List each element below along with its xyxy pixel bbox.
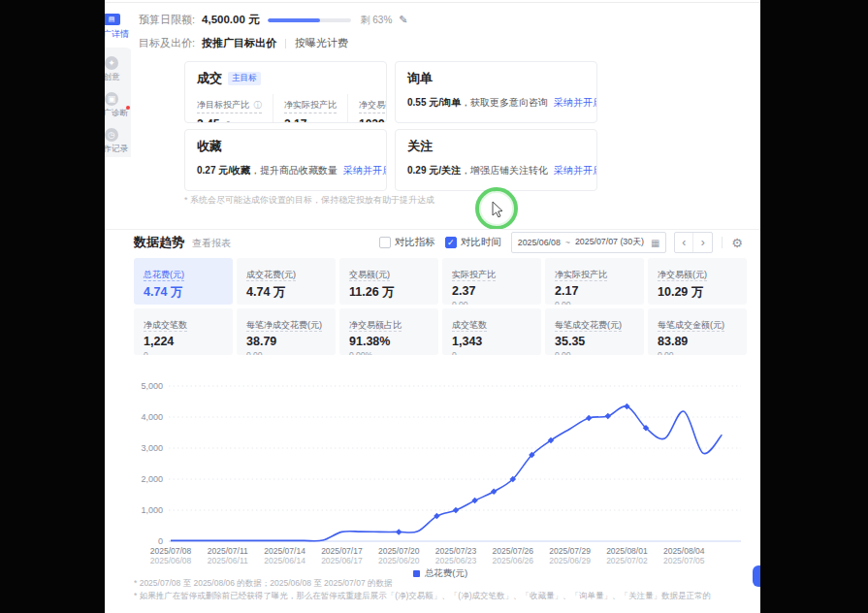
info-icon[interactable]: ⓘ [254, 100, 263, 110]
rail-item-label: 操作记录 [105, 144, 128, 155]
chart-footnotes: * 2025/07/08 至 2025/08/06 的数据；2025/06/08… [134, 577, 755, 602]
goal-price: 0.29 元/关注 [407, 165, 461, 176]
view-report-link[interactable]: 查看报表 [192, 237, 231, 250]
metric-tile-label: 成交花费(元) [246, 270, 296, 281]
tab-bid-by-goal[interactable]: 按推广目标出价 [202, 36, 276, 50]
budget-label: 预算日限额: [139, 13, 195, 27]
metric-tile-value: 4.74 万 [246, 284, 326, 301]
date-pager: ‹ › [674, 232, 713, 253]
date-end: 2025/07/07 (30天) [575, 237, 644, 248]
system-note: * 系统会尽可能达成你设置的目标，保持稳定投放有助于提升达成 [184, 194, 434, 207]
target-bid-row: 目标及出价: 按推广目标出价 按曝光计费 [139, 36, 348, 50]
goal-card-inquiry[interactable]: 询单 0.55 元/询单，获取更多意向咨询采纳并开启 [395, 61, 597, 123]
rail-panel: ✦ 创意 ▣ 推广诊断 ◷ 操作记录 [105, 48, 131, 157]
screenshot-stage: ▤ 推广详情 ✦ 创意 ▣ 推广诊断 ◷ 操作记录 预算日限额: 4,500.0… [0, 0, 868, 613]
svg-text:2025/07/23: 2025/07/23 [435, 546, 477, 556]
goal-price: 0.27 元/收藏 [197, 165, 250, 176]
tab-bid-by-impression[interactable]: 按曝光计费 [295, 36, 348, 50]
metric-tile-value: 4.74 万 [144, 284, 223, 301]
metric-tile[interactable]: 每笔净成交花费(元) 38.79 0.00 [237, 308, 336, 355]
rail-item-label: 创意 [105, 72, 120, 83]
promotion-chip-icon: ▤ [105, 14, 120, 25]
svg-text:2025/06/08: 2025/06/08 [150, 556, 192, 565]
adopt-enable-link[interactable]: 采纳并开启 [554, 165, 597, 176]
metric-tile[interactable]: 净交易额占比 91.38% 0.00% [339, 308, 438, 355]
metric-tile-value: 1,343 [452, 335, 531, 348]
next-period-button[interactable]: › [693, 233, 712, 252]
footnote-line: * 2025/07/08 至 2025/08/06 的数据；2025/06/08… [134, 577, 755, 590]
svg-text:2025/07/20: 2025/07/20 [378, 546, 420, 556]
compare-metric-label: 对比指标 [395, 236, 435, 249]
promotion-detail-link[interactable]: 推广详情 [105, 28, 131, 41]
metric-tile[interactable]: 每笔成交花费(元) 35.35 0.00 [545, 308, 644, 355]
adopt-enable-link[interactable]: 采纳并开启 [343, 165, 387, 176]
metric-tile[interactable]: 总花费(元) 4.74 万 0.00 [134, 258, 233, 305]
rail-item[interactable]: ✦ 创意 [105, 56, 120, 83]
budget-value: 4,500.00 元 [202, 13, 259, 27]
svg-text:0: 0 [158, 536, 163, 546]
goal-card-deal[interactable]: 成交 主目标 净目标投产比 ⓘ 2.45 ✎净实际投产比 2.17净交易额(元)… [184, 61, 387, 123]
metric-tile-value: 38.79 [246, 335, 326, 348]
metric-tile-label: 净成交笔数 [144, 320, 187, 332]
metric-tile[interactable]: 每笔成交金额(元) 83.89 0.00 [648, 308, 747, 355]
metric-tiles: 总花费(元) 4.74 万 0.00成交花费(元) 4.74 万 0.00交易额… [134, 258, 747, 355]
edit-roi-icon[interactable]: ✎ [226, 119, 234, 123]
metric-tile-compare: 0.00 [246, 303, 326, 305]
svg-text:2025/07/11: 2025/07/11 [208, 546, 248, 556]
target-bid-label: 目标及出价: [139, 36, 195, 50]
deal-metric: 净实际投产比 2.17 [284, 94, 348, 123]
metric-tile-label: 净交易额(元) [658, 270, 707, 281]
svg-text:2025/08/01: 2025/08/01 [606, 546, 648, 556]
budget-slider[interactable] [268, 18, 351, 22]
rail-item[interactable]: ▣ 推广诊断 [105, 92, 128, 119]
promotion-chip[interactable]: ▤ [105, 14, 120, 25]
line-chart: 01,0002,0003,0004,0005,0002025/07/082025… [134, 380, 747, 565]
svg-text:2025/07/29: 2025/07/29 [549, 546, 591, 556]
deal-metric: 净目标投产比 ⓘ 2.45 ✎ [197, 94, 273, 123]
metric-tile[interactable]: 成交笔数 1,343 0 [442, 308, 541, 355]
controls-divider [722, 237, 723, 248]
tab-divider [285, 39, 286, 48]
idea-icon: ✦ [105, 56, 118, 70]
goal-desc-text: ，提升商品收藏数量 [250, 165, 338, 176]
metric-tile-label: 实际投产比 [452, 270, 496, 281]
compare-metric-checkbox[interactable] [379, 237, 391, 248]
rail-item[interactable]: ◷ 操作记录 [105, 128, 128, 155]
deal-metric-value: 102946.60 [359, 117, 387, 123]
goal-card-follow[interactable]: 关注 0.29 元/关注，增强店铺关注转化采纳并开启 [395, 129, 597, 191]
section-divider [105, 229, 760, 230]
metric-tile-compare: 0.00 [349, 303, 429, 305]
svg-text:2025/06/20: 2025/06/20 [378, 556, 420, 565]
goal-card-favorite[interactable]: 收藏 0.27 元/收藏，提升商品收藏数量采纳并开启 [184, 129, 387, 191]
edit-budget-icon[interactable]: ✎ [399, 14, 407, 26]
budget-remaining: 剩 63% [361, 14, 393, 27]
date-range-picker[interactable]: 2025/06/08 ~ 2025/07/07 (30天) ▦ [511, 232, 667, 253]
svg-text:2025/06/26: 2025/06/26 [493, 556, 534, 565]
svg-text:2025/06/17: 2025/06/17 [321, 556, 363, 565]
metric-tile-compare: 0.00 [246, 350, 326, 355]
goal-card-title: 询单 [407, 70, 433, 87]
compare-time-checkbox[interactable]: ✓ [445, 237, 457, 248]
metric-tile-value: 2.17 [555, 284, 634, 298]
floating-edge-button[interactable] [753, 565, 760, 587]
svg-text:2025/06/23: 2025/06/23 [435, 556, 477, 565]
legend-swatch [413, 570, 420, 577]
metric-tile-compare: 0.00 [658, 303, 737, 305]
page-content: ▤ 推广详情 ✦ 创意 ▣ 推广诊断 ◷ 操作记录 预算日限额: 4,500.0… [105, 0, 760, 613]
metric-tile[interactable]: 净成交笔数 1,224 0 [134, 308, 233, 355]
adopt-enable-link[interactable]: 采纳并开启 [554, 97, 597, 108]
metric-tile-label: 成交笔数 [452, 320, 487, 332]
gear-icon[interactable]: ⚙ [731, 236, 743, 250]
metric-tile-label: 净交易额占比 [349, 320, 402, 332]
metric-tile[interactable]: 成交花费(元) 4.74 万 0.00 [237, 258, 336, 305]
metric-tile-value: 35.35 [555, 335, 634, 348]
metric-tile[interactable]: 净交易额(元) 10.29 万 0.00 [648, 258, 747, 305]
deal-metric: 净交易额(元) 102946.60 [359, 94, 387, 123]
svg-text:2025/08/04: 2025/08/04 [663, 546, 705, 556]
metric-tile[interactable]: 交易额(元) 11.26 万 0.00 [339, 258, 438, 305]
goal-cards: 成交 主目标 净目标投产比 ⓘ 2.45 ✎净实际投产比 2.17净交易额(元)… [184, 61, 597, 191]
prev-period-button[interactable]: ‹ [675, 233, 693, 252]
metric-tile-value: 11.26 万 [349, 284, 429, 301]
metric-tile[interactable]: 实际投产比 2.37 0.00 [442, 258, 541, 305]
metric-tile[interactable]: 净实际投产比 2.17 0.00 [545, 258, 644, 305]
